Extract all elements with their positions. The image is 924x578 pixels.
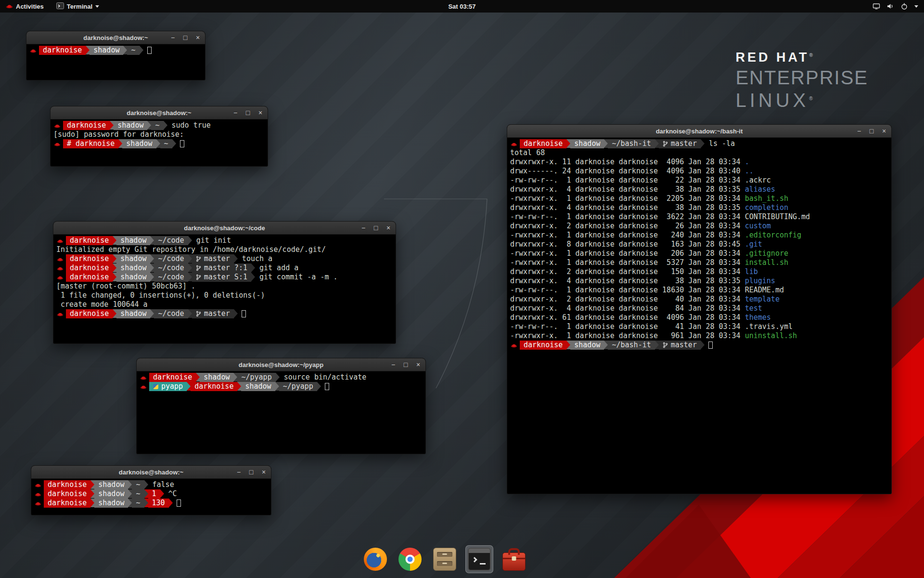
terminal-content[interactable]: darknoiseshadow~/code git initInitialize… [53,235,396,318]
window-titlebar[interactable]: darknoise@shadow:~/bash-it−□× [507,125,891,138]
redhat-prompt-icon [57,309,64,318]
close-button[interactable]: × [880,125,888,138]
maximize-button[interactable]: □ [867,125,876,138]
clock[interactable]: Sat 03:57 [448,3,475,10]
prompt-segment-user: darknoise [66,273,113,282]
app-menu-terminal[interactable]: Terminal [54,0,101,13]
dock-item-files[interactable] [431,545,459,573]
powerline-arrow-icon [566,139,570,148]
window-title: darknoise@shadow:~/code [53,222,396,235]
output-text: .git [745,240,762,249]
terminal-line: darknoiseshadow~1 ^C [34,489,270,499]
minimize-button[interactable]: − [389,358,398,371]
prompt-segment-text: darknoise [194,382,233,391]
prompt-segment-host: shadow [241,382,275,391]
terminal-content[interactable]: darknoiseshadow~/bash-itmaster ls -latot… [507,138,891,350]
terminal-content[interactable]: darknoiseshadow~/pyapp source bin/activa… [137,371,425,391]
dock-item-toolbox[interactable] [500,545,528,573]
terminal-line: drwxrwxr-x. 4 darknoise darknoise 38 Jan… [510,185,890,194]
powerline-arrow-icon [110,121,114,130]
output-text: aliases [745,185,775,194]
powerline-arrow-icon [251,263,255,272]
powerline-arrow-icon [187,382,191,391]
caret-down-icon[interactable] [914,5,918,8]
firefox-icon [364,548,387,571]
dock-item-terminal[interactable] [465,545,493,573]
maximize-button[interactable]: □ [244,106,252,119]
window-title: darknoise@shadow:~/bash-it [507,125,891,138]
prompt-segment-text: darknoise [43,46,82,54]
prompt-segment-text: ~ [136,489,140,498]
prompt-segment-host: shadow [116,236,150,245]
activities-label: Activities [16,3,44,10]
prompt-segment-scm: master [192,309,234,318]
minimize-button[interactable]: − [168,31,177,44]
prompt-segment-path: ~/code [154,273,188,282]
terminal-content[interactable]: darknoiseshadow~ sudo true[sudo] passwor… [51,119,268,148]
terminal-line: darknoiseshadow~/pyapp source bin/activa… [140,373,424,382]
output-text: -rw-rw-r--. 1 darknoise darknoise 18630 … [510,286,784,294]
powerline-arrow-icon [604,341,608,349]
terminal-line: -rw-rw-r--. 1 darknoise darknoise 41 Jan… [510,322,890,331]
dock-item-chrome[interactable] [396,545,424,573]
maximize-button[interactable]: □ [401,358,410,371]
prompt-segment-scm: master [659,341,701,350]
powerline-arrow-icon [276,373,280,381]
activities-button[interactable]: Activities [4,0,46,13]
prompt-segment-host: shadow [116,263,150,273]
dock-item-app-grid[interactable] [535,545,563,573]
close-button[interactable]: × [384,222,393,235]
terminal-line: total 68 [510,148,890,158]
command-text: ls -la [705,139,735,148]
dock-item-firefox[interactable] [361,545,389,573]
close-button[interactable]: × [259,466,268,479]
volume-icon[interactable] [886,2,894,10]
prompt-segment-host: shadow [570,341,604,350]
display-icon[interactable] [873,2,880,10]
powerline-arrow-icon [147,121,151,130]
output-text: plugins [745,276,775,285]
prompt-segment-text: master [204,309,230,318]
maximize-button[interactable]: □ [181,31,190,44]
prompt-segment-text: # darknoise [67,139,115,148]
minimize-button[interactable]: − [359,222,368,235]
window-titlebar[interactable]: darknoise@shadow:~−□× [31,466,271,479]
redhat-prompt-icon [57,254,64,263]
close-button[interactable]: × [414,358,423,371]
terminal-line: -rwxrwxr-x. 1 darknoise darknoise 2205 J… [510,194,890,203]
maximize-button[interactable]: □ [247,466,256,479]
prompt-segment-text: shadow [120,273,146,281]
output-text: .. [745,167,754,175]
window-controls: −□× [389,358,423,371]
close-button[interactable]: × [256,106,265,119]
prompt-segment-text: master [204,254,230,263]
prompt-segment-text: darknoise [70,263,109,272]
window-titlebar[interactable]: darknoise@shadow:~/code−□× [53,222,396,235]
terminal-cursor [177,499,181,507]
close-button[interactable]: × [193,31,202,44]
prompt-segment-scm: master ?:1 [192,263,251,273]
window-titlebar[interactable]: darknoise@shadow:~−□× [51,106,268,119]
output-text: drwxrwxr-x. 2 darknoise darknoise 150 Ja… [510,267,745,276]
minimize-button[interactable]: − [234,466,243,479]
minimize-button[interactable]: − [231,106,240,119]
window-titlebar[interactable]: darknoise@shadow:~/pyapp−□× [137,358,425,371]
terminal-content[interactable]: darknoiseshadow~ falsedarknoiseshadow~1 … [31,479,271,508]
prompt-segment-text: shadow [98,480,124,489]
maximize-button[interactable]: □ [372,222,380,235]
prompt-segment-user: darknoise [520,139,566,148]
power-icon[interactable] [900,2,908,10]
command-text: git commit -a -m . [255,273,338,281]
window-titlebar[interactable]: darknoise@shadow:~−□× [26,31,205,44]
prompt-segment-text: shadow [93,46,119,54]
rhel-logo: RED HAT® ENTERPRISE LINUX® [735,50,868,111]
dock [357,543,567,575]
minimize-button[interactable]: − [855,125,863,138]
terminal-window: darknoise@shadow:~/code−□×darknoiseshado… [53,221,396,344]
output-text: drwxrwxr-x. 2 darknoise darknoise 26 Jan… [510,222,745,230]
terminal-content[interactable]: darknoiseshadow~ [26,44,205,55]
redhat-prompt-icon [35,499,41,508]
terminal-line: drwxrwxr-x. 61 darknoise darknoise 4096 … [510,313,890,322]
output-text: -rw-rw-r--. 1 darknoise darknoise 3622 J… [510,212,810,221]
output-text: -rwxrwxr-x. 1 darknoise darknoise 961 Ja… [510,331,745,340]
